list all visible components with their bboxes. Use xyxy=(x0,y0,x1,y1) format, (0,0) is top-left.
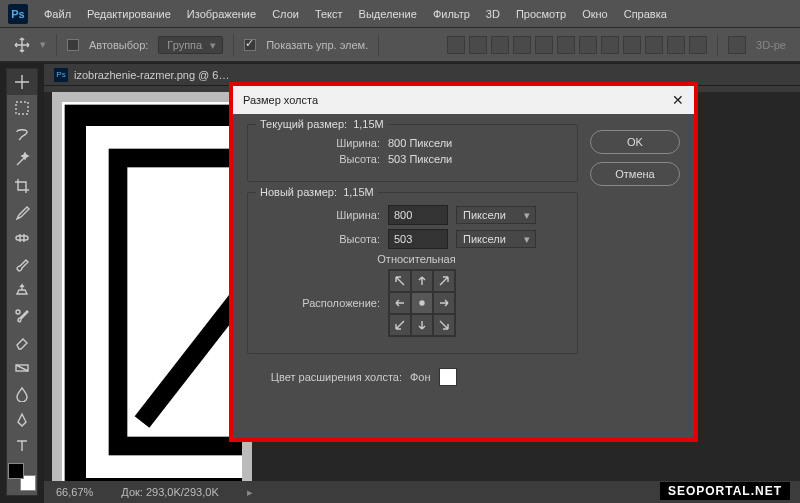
current-height-label: Высота: xyxy=(260,153,380,165)
current-size-legend: Текущий размер: xyxy=(260,118,347,130)
healing-brush-tool[interactable] xyxy=(7,225,37,251)
document-tab-label: izobrazhenie-razmer.png @ 6… xyxy=(74,69,229,81)
new-height-input[interactable] xyxy=(388,229,448,249)
align-icon[interactable] xyxy=(535,36,553,54)
align-icon[interactable] xyxy=(579,36,597,54)
options-bar: ▾ Автовыбор: Группа Показать упр. элем. … xyxy=(0,28,800,62)
zoom-level[interactable]: 66,67% xyxy=(56,486,93,498)
anchor-center[interactable] xyxy=(411,292,433,314)
anchor-nw[interactable] xyxy=(389,270,411,292)
color-swatches[interactable] xyxy=(8,463,36,491)
canvas-size-dialog: Размер холста ✕ Текущий размер: 1,15M Ши… xyxy=(229,82,698,442)
menu-file[interactable]: Файл xyxy=(44,8,71,20)
three-d-label: 3D-ре xyxy=(756,39,786,51)
new-width-input[interactable] xyxy=(388,205,448,225)
svg-point-6 xyxy=(420,301,424,305)
pen-tool[interactable] xyxy=(7,407,37,433)
menu-help[interactable]: Справка xyxy=(624,8,667,20)
auto-select-type-select[interactable]: Группа xyxy=(158,36,223,54)
new-size-group: Новый размер: 1,15M Ширина: Пиксели Высо… xyxy=(247,192,578,354)
menu-window[interactable]: Окно xyxy=(582,8,608,20)
clone-stamp-tool[interactable] xyxy=(7,277,37,303)
current-width-value: 800 Пиксели xyxy=(388,137,452,149)
align-icon[interactable] xyxy=(491,36,509,54)
new-height-label: Высота: xyxy=(260,233,380,245)
relative-label: Относительная xyxy=(377,253,455,265)
toolbox xyxy=(6,68,38,496)
align-icon[interactable] xyxy=(689,36,707,54)
menu-image[interactable]: Изображение xyxy=(187,8,256,20)
ok-button[interactable]: OK xyxy=(590,130,680,154)
lasso-tool[interactable] xyxy=(7,121,37,147)
align-icon[interactable] xyxy=(623,36,641,54)
marquee-tool[interactable] xyxy=(7,95,37,121)
close-icon[interactable]: ✕ xyxy=(672,92,684,108)
height-unit-select[interactable]: Пиксели xyxy=(456,230,536,248)
menu-view[interactable]: Просмотр xyxy=(516,8,566,20)
extension-color-select[interactable]: Фон xyxy=(410,371,431,383)
blur-tool[interactable] xyxy=(7,381,37,407)
current-size-value: 1,15M xyxy=(353,118,384,130)
anchor-se[interactable] xyxy=(433,314,455,336)
anchor-grid[interactable] xyxy=(388,269,456,337)
history-brush-tool[interactable] xyxy=(7,303,37,329)
menu-3d[interactable]: 3D xyxy=(486,8,500,20)
show-transform-controls-label: Показать упр. элем. xyxy=(266,39,368,51)
current-height-value: 503 Пиксели xyxy=(388,153,452,165)
menu-filter[interactable]: Фильтр xyxy=(433,8,470,20)
align-icon[interactable] xyxy=(469,36,487,54)
menu-select[interactable]: Выделение xyxy=(359,8,417,20)
dialog-title-text: Размер холста xyxy=(243,94,318,106)
watermark: SEOPORTAL.NET xyxy=(660,482,790,500)
doc-tab-icon: Ps xyxy=(54,68,68,82)
align-icon[interactable] xyxy=(513,36,531,54)
width-unit-select[interactable]: Пиксели xyxy=(456,206,536,224)
cancel-button[interactable]: Отмена xyxy=(590,162,680,186)
auto-select-label: Автовыбор: xyxy=(89,39,148,51)
menu-edit[interactable]: Редактирование xyxy=(87,8,171,20)
menu-layers[interactable]: Слои xyxy=(272,8,299,20)
align-icon[interactable] xyxy=(728,36,746,54)
extension-color-swatch[interactable] xyxy=(439,368,457,386)
align-icon[interactable] xyxy=(447,36,465,54)
eyedropper-tool[interactable] xyxy=(7,199,37,225)
doc-size-info: Док: 293,0K/293,0K xyxy=(121,486,218,498)
move-tool[interactable] xyxy=(7,69,37,95)
canvas[interactable] xyxy=(52,92,252,503)
move-tool-icon xyxy=(14,37,30,53)
eraser-tool[interactable] xyxy=(7,329,37,355)
current-width-label: Ширина: xyxy=(260,137,380,149)
anchor-e[interactable] xyxy=(433,292,455,314)
anchor-s[interactable] xyxy=(411,314,433,336)
type-tool[interactable] xyxy=(7,433,37,459)
dialog-titlebar: Размер холста ✕ xyxy=(233,86,694,114)
brush-tool[interactable] xyxy=(7,251,37,277)
gradient-tool[interactable] xyxy=(7,355,37,381)
anchor-n[interactable] xyxy=(411,270,433,292)
new-size-legend: Новый размер: xyxy=(260,186,337,198)
anchor-sw[interactable] xyxy=(389,314,411,336)
magic-wand-tool[interactable] xyxy=(7,147,37,173)
svg-rect-1 xyxy=(16,236,28,240)
new-size-value: 1,15M xyxy=(343,186,374,198)
show-transform-controls-checkbox[interactable] xyxy=(244,39,256,51)
align-icon[interactable] xyxy=(601,36,619,54)
anchor-w[interactable] xyxy=(389,292,411,314)
svg-rect-0 xyxy=(16,102,28,114)
anchor-ne[interactable] xyxy=(433,270,455,292)
current-size-group: Текущий размер: 1,15M Ширина: 800 Пиксел… xyxy=(247,124,578,182)
app-logo: Ps xyxy=(8,4,28,24)
svg-rect-5 xyxy=(118,158,242,446)
menu-bar: Ps Файл Редактирование Изображение Слои … xyxy=(0,0,800,28)
extension-color-label: Цвет расширения холста: xyxy=(247,371,402,383)
align-icon[interactable] xyxy=(645,36,663,54)
auto-select-checkbox[interactable] xyxy=(67,39,79,51)
new-width-label: Ширина: xyxy=(260,209,380,221)
align-icon[interactable] xyxy=(557,36,575,54)
menu-text[interactable]: Текст xyxy=(315,8,343,20)
svg-point-2 xyxy=(16,310,20,314)
anchor-label: Расположение: xyxy=(260,297,380,309)
align-icon[interactable] xyxy=(667,36,685,54)
svg-rect-4 xyxy=(75,115,242,488)
crop-tool[interactable] xyxy=(7,173,37,199)
